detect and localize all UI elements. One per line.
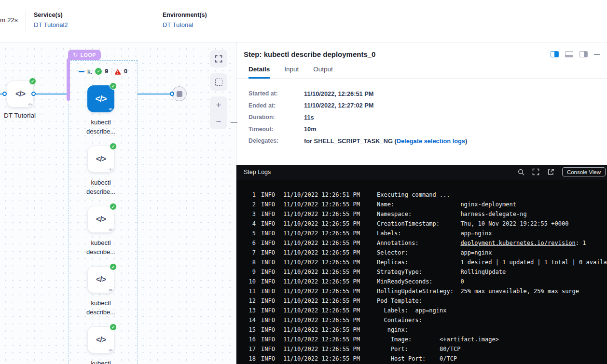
log-timestamp: 11/10/2022 12:26:55 PM	[283, 325, 360, 335]
shell-script-icon: </>	[109, 228, 112, 231]
log-level: INFO	[261, 315, 276, 325]
shell-script-icon: </>	[28, 103, 31, 106]
stage-node[interactable]: </> </> ✓	[7, 81, 34, 108]
pipeline-canvas[interactable]: ↻ LOOP k. ✓ 9 0 </> </> ✓	[0, 42, 236, 364]
step-item: </> </> ✓ kubectldescribe...	[72, 266, 130, 326]
header-divider	[26, 10, 26, 31]
log-console[interactable]: 1 INFO 11/10/2022 12:26:51 PM Executing …	[236, 179, 607, 364]
log-line: 12 INFO 11/10/2022 12:26:55 PM Pod Templ…	[244, 296, 607, 306]
delegates-value: for SHELL_SCRIPT_TASK_NG (Delegate selec…	[304, 137, 467, 145]
panel-resize-handle[interactable]	[231, 122, 237, 123]
search-icon[interactable]	[518, 169, 524, 175]
ended-at-value: 11/10/2022, 12:27:02 PM	[304, 102, 373, 109]
log-line: 13 INFO 11/10/2022 12:26:55 PM Labels: a…	[244, 306, 607, 315]
marquee-select-icon	[215, 79, 222, 86]
step-node[interactable]: </> </> ✓	[87, 85, 114, 112]
log-line: 1 INFO 11/10/2022 12:26:51 PM Executing …	[244, 190, 607, 200]
zoom-out-button[interactable]: −	[216, 117, 221, 126]
step-node[interactable]: </> </> ✓	[87, 146, 114, 173]
step-label: kubectldescribe...	[86, 178, 115, 196]
success-check-icon: ✓	[110, 143, 117, 150]
step-item: </> </> ✓ kubectldescribe...	[72, 146, 130, 206]
log-timestamp: 11/10/2022 12:26:55 PM	[283, 219, 360, 229]
detail-row-duration: Duration: 11s	[248, 111, 607, 123]
log-message: Containers:	[377, 315, 422, 325]
log-message: Host Port: 0/TCP	[377, 354, 457, 364]
detail-row-started: Started at: 11/10/2022, 12:26:51 PM	[248, 88, 607, 100]
log-message: Namespace: harness-delegate-ng	[377, 209, 527, 219]
log-annotation-link[interactable]: deployment.kubernetes.io/revision	[460, 240, 575, 246]
fullscreen-logs-icon[interactable]	[532, 168, 539, 175]
services-label: Service(s)	[34, 12, 68, 18]
log-line-number: 15	[244, 325, 256, 335]
timeout-value: 10m	[304, 125, 317, 133]
delegate-selection-logs-link[interactable]: Delegate selection logs	[397, 137, 465, 145]
step-label: kubectldescribe...	[86, 238, 115, 256]
log-timestamp: 11/10/2022 12:26:55 PM	[283, 306, 360, 315]
step-node[interactable]: </> </> ✓	[87, 326, 114, 353]
tab-details[interactable]: Details	[248, 66, 270, 79]
log-line: 9 INFO 11/10/2022 12:26:55 PM StrategyTy…	[244, 267, 607, 277]
step-item: </> </> ✓ kubectldescribe...	[72, 85, 130, 146]
log-line-number: 3	[244, 209, 256, 219]
success-check-icon: ✓	[110, 263, 117, 270]
log-timestamp: 11/10/2022 12:26:51 PM	[283, 190, 360, 200]
success-check-icon: ✓	[110, 324, 117, 331]
step-label: kubectldescribe...	[86, 359, 115, 364]
log-line-number: 4	[244, 219, 256, 229]
log-line-number: 12	[244, 296, 256, 306]
log-level: INFO	[261, 200, 276, 209]
log-line-number: 11	[244, 286, 256, 296]
minimize-icon[interactable]	[594, 54, 600, 55]
log-line-number: 7	[244, 248, 256, 257]
step-title: Step: kubectl describe deployments_0	[244, 50, 375, 58]
collapse-group-button[interactable]	[79, 71, 84, 72]
log-message: Name: nginx-deployment	[377, 200, 516, 209]
log-line-number: 16	[244, 335, 256, 344]
log-message: Selector: app=nginx	[377, 248, 492, 257]
zoom-in-button[interactable]: +	[216, 100, 221, 109]
log-level: INFO	[261, 238, 276, 248]
marquee-select-button[interactable]	[210, 73, 227, 91]
environments-block: Environment(s) DT Tutorial	[163, 12, 207, 29]
loop-group-bar	[67, 58, 70, 101]
log-line: 11 INFO 11/10/2022 12:26:55 PM RollingUp…	[244, 286, 607, 296]
log-timestamp: 11/10/2022 12:26:55 PM	[283, 248, 360, 257]
stage-port-out	[31, 92, 36, 96]
tab-input[interactable]: Input	[284, 66, 299, 79]
bottom-panel-view-icon[interactable]	[565, 51, 573, 57]
split-view-icon[interactable]	[551, 51, 559, 57]
step-node[interactable]: </> </> ✓	[87, 206, 114, 233]
code-icon: </>	[96, 275, 106, 284]
log-line: 18 INFO 11/10/2022 12:26:55 PM Host Port…	[244, 354, 607, 364]
ended-at-label: Ended at:	[248, 102, 304, 109]
step-item: </> </> ✓ kubectldescribe...	[72, 326, 130, 364]
service-link[interactable]: DT Tutorial2	[34, 21, 68, 28]
log-message: Image: <+artifact.image>	[377, 335, 499, 344]
console-view-button[interactable]: Console View	[562, 167, 606, 176]
log-message: CreationTimestamp: Thu, 10 Nov 2022 19:2…	[377, 219, 568, 229]
log-line-number: 17	[244, 344, 256, 354]
success-count: 9	[105, 68, 108, 75]
code-icon: </>	[96, 155, 106, 163]
environment-link[interactable]: DT Tutorial	[163, 21, 193, 28]
loop-badge[interactable]: ↻ LOOP	[68, 50, 101, 60]
code-icon: </>	[15, 90, 25, 98]
log-level: INFO	[261, 354, 276, 364]
log-line: 10 INFO 11/10/2022 12:26:55 PM MinReadyS…	[244, 277, 607, 286]
tab-output[interactable]: Output	[313, 66, 333, 79]
open-in-new-icon[interactable]	[547, 168, 554, 175]
log-level: INFO	[261, 257, 276, 267]
fit-to-screen-button[interactable]	[210, 50, 227, 67]
warning-icon	[114, 68, 121, 75]
right-panel-view-icon[interactable]	[579, 51, 588, 57]
log-timestamp: 11/10/2022 12:26:55 PM	[283, 267, 360, 277]
log-line-number: 13	[244, 306, 256, 315]
log-timestamp: 11/10/2022 12:26:55 PM	[283, 200, 360, 209]
details-section: Step: kubectl describe deployments_0 Det…	[236, 42, 607, 165]
log-timestamp: 11/10/2022 12:26:55 PM	[283, 277, 360, 286]
code-icon: </>	[96, 215, 106, 224]
step-logs-header: Step Logs Console View	[236, 165, 607, 179]
failed-count: 0	[124, 68, 127, 75]
step-node[interactable]: </> </> ✓	[87, 266, 114, 293]
